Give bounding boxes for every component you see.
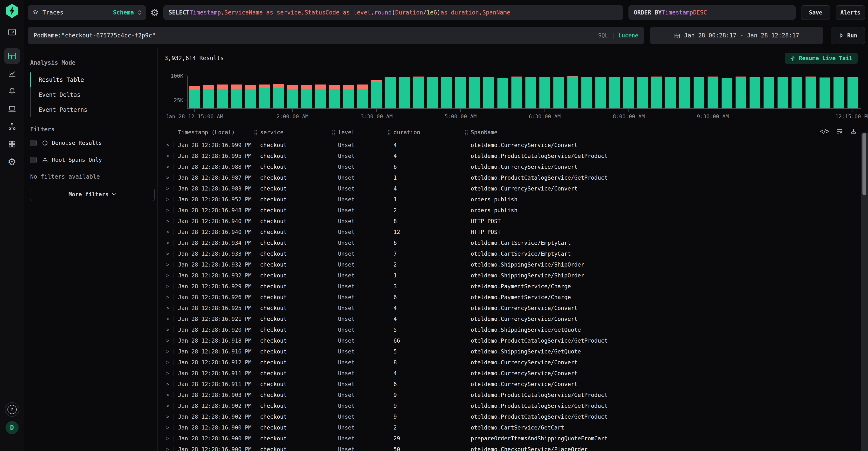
drag-grip-icon[interactable]: ⣿	[332, 130, 336, 136]
table-row[interactable]: >Jan 28 12:28:16.933 PMcheckoutUnset7ote…	[158, 248, 858, 259]
filter-checkbox[interactable]	[30, 140, 37, 146]
alerts-button[interactable]: Alerts	[836, 5, 865, 20]
table-row[interactable]: >Jan 28 12:28:16.934 PMcheckoutUnset6ote…	[158, 237, 858, 248]
table-row[interactable]: >Jan 28 12:28:16.911 PMcheckoutUnset6ote…	[158, 378, 858, 389]
table-row[interactable]: >Jan 28 12:28:16.920 PMcheckoutUnset5ote…	[158, 324, 858, 335]
language-sql-option[interactable]: SQL	[598, 32, 609, 39]
row-expand-chevron[interactable]: >	[166, 174, 178, 180]
time-range-picker[interactable]: Jan 28 00:28:17 - Jan 28 12:28:17	[650, 27, 824, 44]
scrollbar-thumb[interactable]	[863, 133, 866, 195]
row-expand-chevron[interactable]: >	[166, 142, 178, 148]
filter-checkbox[interactable]	[30, 157, 37, 163]
row-expand-chevron[interactable]: >	[166, 316, 178, 322]
app-logo-icon[interactable]	[5, 4, 19, 18]
analysis-mode-item[interactable]: Event Patterns	[30, 102, 157, 117]
user-avatar[interactable]: D	[5, 421, 19, 434]
row-expand-chevron[interactable]: >	[166, 403, 178, 409]
column-header-timestamp-local-[interactable]: Timestamp (Local)	[178, 129, 254, 136]
search-input[interactable]: PodName:"checkout-675775c4cc-f2p9c" SQL …	[28, 27, 644, 44]
results-histogram[interactable]: 100K25KJan 28 12:15:00 AM2:00:00 AM3:30:…	[158, 74, 861, 120]
vertical-scrollbar[interactable]	[861, 133, 868, 451]
table-row[interactable]: >Jan 28 12:28:16.983 PMcheckoutUnset4ote…	[158, 183, 858, 194]
row-expand-chevron[interactable]: >	[166, 370, 178, 376]
table-row[interactable]: >Jan 28 12:28:16.912 PMcheckoutUnset8ote…	[158, 357, 858, 368]
filter-label[interactable]: Root Spans Only	[52, 157, 102, 163]
column-header-spanname[interactable]: ⣿SpanName	[464, 129, 858, 136]
row-expand-chevron[interactable]: >	[166, 446, 178, 451]
table-row[interactable]: >Jan 28 12:28:16.940 PMcheckoutUnset12HT…	[158, 226, 858, 237]
row-expand-chevron[interactable]: >	[166, 359, 178, 365]
language-lucene-option[interactable]: Lucene	[618, 32, 638, 39]
table-row[interactable]: >Jan 28 12:28:16.902 PMcheckoutUnset9ote…	[158, 411, 858, 422]
table-row[interactable]: >Jan 28 12:28:16.916 PMcheckoutUnset5ote…	[158, 346, 858, 357]
dashboards-icon[interactable]	[4, 136, 20, 152]
row-expand-chevron[interactable]: >	[166, 272, 178, 278]
table-row[interactable]: >Jan 28 12:28:16.900 PMcheckoutUnset29pr…	[158, 433, 858, 444]
resume-live-tail-button[interactable]: Resume Live Tail	[785, 53, 858, 64]
row-expand-chevron[interactable]: >	[166, 435, 178, 441]
search-results-icon[interactable]	[4, 48, 20, 64]
table-row[interactable]: >Jan 28 12:28:16.932 PMcheckoutUnset2ote…	[158, 259, 858, 270]
row-expand-chevron[interactable]: >	[166, 164, 178, 170]
row-expand-chevron[interactable]: >	[166, 305, 178, 311]
filter-label[interactable]: Denoise Results	[52, 140, 102, 146]
table-row[interactable]: >Jan 28 12:28:16.940 PMcheckoutUnset8HTT…	[158, 216, 858, 226]
table-row[interactable]: >Jan 28 12:28:16.926 PMcheckoutUnset6ote…	[158, 292, 858, 303]
column-header-level[interactable]: ⣿level	[332, 129, 387, 136]
table-row[interactable]: >Jan 28 12:28:16.929 PMcheckoutUnset3ote…	[158, 281, 858, 292]
drag-grip-icon[interactable]: ⣿	[387, 130, 391, 136]
table-row[interactable]: >Jan 28 12:28:16.900 PMcheckoutUnset50ot…	[158, 444, 858, 451]
source-settings-gear-icon[interactable]: ⚙	[150, 8, 159, 18]
row-expand-chevron[interactable]: >	[166, 381, 178, 387]
row-expand-chevron[interactable]: >	[166, 294, 178, 300]
run-button[interactable]: Run	[831, 27, 865, 44]
row-expand-chevron[interactable]: >	[166, 218, 178, 224]
analysis-mode-item[interactable]: Event Deltas	[30, 87, 157, 102]
services-icon[interactable]	[4, 119, 20, 134]
sessions-icon[interactable]	[4, 101, 20, 117]
row-expand-chevron[interactable]: >	[166, 338, 178, 343]
collapse-panel-icon[interactable]	[4, 24, 20, 40]
column-header-duration[interactable]: ⣿duration	[387, 129, 464, 136]
table-row[interactable]: >Jan 28 12:28:16.902 PMcheckoutUnset9ote…	[158, 400, 858, 411]
more-filters-button[interactable]: More filters	[30, 188, 155, 201]
table-row[interactable]: >Jan 28 12:28:16.921 PMcheckoutUnset4ote…	[158, 313, 858, 324]
order-by-input[interactable]: ORDER BY Timestamp DESC	[628, 5, 796, 20]
bell-icon[interactable]	[4, 84, 20, 99]
table-row[interactable]: >Jan 28 12:28:16.988 PMcheckoutUnset6ote…	[158, 161, 858, 172]
drag-grip-icon[interactable]: ⣿	[464, 130, 468, 136]
row-expand-chevron[interactable]: >	[166, 251, 178, 257]
source-selector[interactable]: Traces Schema	[28, 5, 146, 20]
row-expand-chevron[interactable]: >	[166, 207, 178, 213]
row-expand-chevron[interactable]: >	[166, 153, 178, 159]
row-expand-chevron[interactable]: >	[166, 424, 178, 430]
row-expand-chevron[interactable]: >	[166, 240, 178, 246]
column-header-service[interactable]: ⣿service	[254, 129, 332, 136]
table-row[interactable]: >Jan 28 12:28:16.932 PMcheckoutUnset1ote…	[158, 270, 858, 281]
save-button[interactable]: Save	[801, 5, 830, 20]
table-row[interactable]: >Jan 28 12:28:16.903 PMcheckoutUnset9ote…	[158, 389, 858, 400]
sql-select-input[interactable]: SELECT Timestamp, ServiceName as service…	[163, 5, 623, 20]
table-row[interactable]: >Jan 28 12:28:16.918 PMcheckoutUnset66ot…	[158, 335, 858, 346]
schema-selector[interactable]: Schema	[113, 9, 134, 16]
row-expand-chevron[interactable]: >	[166, 186, 178, 192]
table-row[interactable]: >Jan 28 12:28:16.900 PMcheckoutUnset2ote…	[158, 422, 858, 433]
row-expand-chevron[interactable]: >	[166, 196, 178, 202]
row-expand-chevron[interactable]: >	[166, 348, 178, 355]
table-row[interactable]: >Jan 28 12:28:16.987 PMcheckoutUnset1ote…	[158, 172, 858, 183]
table-row[interactable]: >Jan 28 12:28:16.911 PMcheckoutUnset4ote…	[158, 368, 858, 378]
row-expand-chevron[interactable]: >	[166, 261, 178, 267]
settings-gear-icon[interactable]: ⚙	[4, 154, 20, 169]
row-expand-chevron[interactable]: >	[166, 414, 178, 420]
table-row[interactable]: >Jan 28 12:28:16.999 PMcheckoutUnset4ote…	[158, 140, 858, 150]
row-expand-chevron[interactable]: >	[166, 392, 178, 398]
table-row[interactable]: >Jan 28 12:28:16.952 PMcheckoutUnset1ord…	[158, 194, 858, 205]
chart-icon[interactable]	[4, 66, 20, 81]
table-row[interactable]: >Jan 28 12:28:16.925 PMcheckoutUnset4ote…	[158, 303, 858, 313]
row-expand-chevron[interactable]: >	[166, 283, 178, 289]
table-row[interactable]: >Jan 28 12:28:16.995 PMcheckoutUnset4ote…	[158, 150, 858, 161]
row-expand-chevron[interactable]: >	[166, 229, 178, 235]
help-icon[interactable]: ?	[5, 402, 19, 417]
analysis-mode-item[interactable]: Results Table	[30, 73, 157, 87]
drag-grip-icon[interactable]: ⣿	[254, 130, 258, 136]
